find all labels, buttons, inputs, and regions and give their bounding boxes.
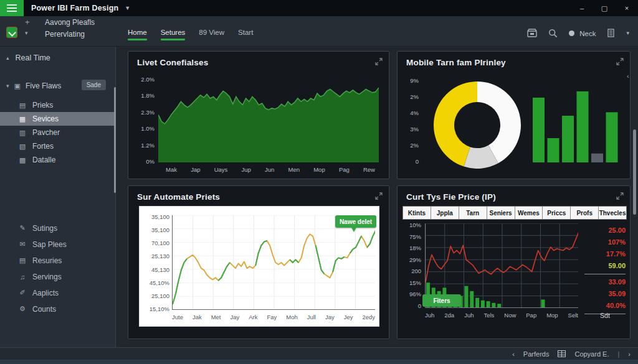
close-button[interactable]: × [616, 0, 638, 16]
minimize-button[interactable]: – [571, 0, 593, 16]
tick-label: 9% [410, 78, 419, 84]
sidebar-item-sutings[interactable]: ✎Sutings [0, 222, 116, 235]
window-title: Power IBI Farm Design [31, 4, 118, 12]
tick-label: 2edy [362, 314, 375, 320]
list-icon[interactable] [607, 29, 615, 37]
tick-label: 29% [409, 257, 421, 263]
grid-view-icon[interactable] [558, 350, 566, 357]
folder-grid-icon: ▣ [14, 82, 21, 90]
chevron-down-icon[interactable]: ▾ [626, 30, 629, 36]
column-header: Ktints [403, 207, 431, 219]
group-badge: Sade [82, 80, 106, 90]
bottom-accent-strip [0, 360, 638, 364]
next-page-icon[interactable]: › [628, 350, 631, 358]
add-icon[interactable]: + [25, 17, 30, 27]
tick-label: Juh [464, 312, 474, 319]
sidebar-item-datalle[interactable]: ▩Datalle [0, 153, 116, 167]
sidebar-section-label: Real Time [16, 54, 50, 62]
chevron-up-icon[interactable]: ▴ [6, 55, 9, 61]
sidebar-item-prieks[interactable]: ▤Prieks [0, 98, 116, 112]
expand-icon[interactable] [616, 58, 624, 65]
chevron-down-icon[interactable]: ▾ [6, 83, 9, 89]
chevron-down-icon[interactable]: ▼ [125, 5, 130, 11]
tick-label: 2da [444, 312, 454, 319]
sidebar-item-resuries[interactable]: ▤Resuries [0, 254, 116, 267]
toolbar-action-label[interactable]: Aavong Pleafls [45, 18, 95, 27]
tick-label: Juh [425, 312, 434, 319]
tab-home[interactable]: Home [128, 29, 147, 40]
maximize-button[interactable]: ▢ [593, 0, 616, 16]
tick-label: Jap [191, 166, 200, 173]
search-icon[interactable] [548, 29, 558, 38]
tick-label: Mak [166, 166, 177, 173]
page-label[interactable]: Parferds [523, 350, 550, 358]
sidebar-item-label: Pavcher [32, 128, 60, 137]
tab-setures[interactable]: Setures [161, 29, 186, 40]
tab-start[interactable]: Start [238, 29, 253, 40]
tick-label: 15,10% [150, 306, 169, 312]
store-icon[interactable] [527, 29, 537, 37]
sidebar-group-label: Five Flaws [26, 82, 61, 90]
user-chip-label: Neck [579, 30, 596, 37]
y-axis-labels: 35,10035,10070,10025,13045,13045,10%25,1… [141, 214, 169, 312]
item-icon: ▦ [17, 115, 27, 123]
item-icon: ✐ [17, 289, 27, 297]
sidebar-item-label: Sutings [32, 224, 57, 233]
hamburger-menu-icon[interactable] [0, 0, 24, 16]
expand-icon[interactable] [375, 58, 383, 65]
metric-value: 33.09 [608, 276, 626, 288]
expand-icon[interactable] [375, 192, 383, 200]
expand-icon[interactable] [616, 192, 624, 200]
sidebar-section-realtime[interactable]: ▴ Real Time [0, 54, 116, 62]
tick-label: Selt [568, 312, 578, 319]
tick-label: 45,130 [151, 267, 169, 273]
sidebar-item-fortes[interactable]: ▧Fortes [0, 139, 116, 153]
tick-label: Men [288, 166, 300, 173]
tick-label: Rew [363, 166, 375, 173]
tab-89-view[interactable]: 89 View [199, 29, 224, 40]
sidebar-item-label: Aaplicts [32, 289, 59, 297]
separator: | [617, 350, 619, 358]
tick-label: 25,130 [151, 253, 169, 259]
filters-chip[interactable]: Fiters [422, 294, 461, 307]
column-header: Profs [571, 207, 599, 219]
sidebar-group-five-flaws[interactable]: ▾ ▣ Five Flaws Sade [0, 82, 116, 90]
tick-label: Jak [193, 314, 202, 320]
sidebar-item-counts[interactable]: ⚙Counts [0, 302, 116, 315]
tick-label: 70,100 [151, 240, 169, 246]
sidebar-item-servings[interactable]: ♫Servings [0, 270, 116, 283]
vertical-scrollbar[interactable] [633, 129, 636, 215]
collapse-panel-icon[interactable]: ‹ [627, 72, 629, 80]
tab-bar: HomeSetures89 ViewStart [128, 29, 253, 40]
card-title: Mobile Tarn fam PIrinley [406, 58, 506, 67]
tick-label: 2% [410, 142, 419, 149]
sidebar-item-sap-plees[interactable]: ✉Sap Plees [0, 238, 116, 251]
tick-label: Now [504, 312, 516, 319]
sidebar-scrollbar[interactable] [114, 87, 116, 193]
sidebar-list-primary: ▤Prieks▦Sevices▥Pavcher▧Fortes▩Datalle [0, 98, 116, 167]
sidebar-item-label: Fortes [32, 142, 54, 151]
sidebar-item-aaplicts[interactable]: ✐Aaplicts [0, 286, 116, 299]
sidebar-item-label: Sap Plees [32, 240, 67, 249]
view-label[interactable]: Copyard E. [574, 350, 609, 358]
save-file-icon[interactable] [6, 27, 17, 38]
item-icon: ▤ [17, 256, 27, 264]
metric-value: 40.0% [606, 300, 626, 312]
tick-label: Mop [313, 166, 325, 173]
metric-value: 25.00 [608, 225, 626, 236]
tick-label: 1.8% [141, 93, 155, 99]
y-axis-labels: 10%75%18%29%20015%96%0 [404, 222, 421, 309]
prev-page-icon[interactable]: ‹ [512, 350, 515, 358]
sidebar-item-pavcher[interactable]: ▥Pavcher [0, 126, 116, 139]
tick-label: 35,100 [151, 214, 169, 220]
chevron-down-icon[interactable]: ▾ [25, 30, 28, 36]
tick-label: 96% [409, 291, 421, 297]
item-icon: ▧ [17, 142, 27, 151]
toolbar-sub-label[interactable]: Perervlating [45, 30, 85, 39]
tick-label: Jup [242, 166, 251, 173]
sidebar-item-sevices[interactable]: ▦Sevices [0, 112, 116, 126]
tick-label: 2.3% [141, 110, 155, 116]
user-chip[interactable]: Neck [569, 27, 596, 39]
sidebar-item-label: Sevices [32, 114, 59, 123]
sidebar-item-label: Servings [32, 273, 62, 281]
